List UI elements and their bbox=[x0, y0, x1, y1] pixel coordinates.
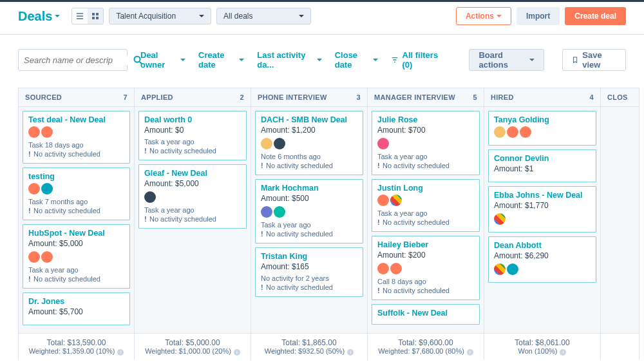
deal-amount: Amount: $5,000 bbox=[144, 179, 241, 188]
column-footer: Total: $13,590.00 Weighted: $1,359.00 (1… bbox=[19, 333, 134, 360]
deal-card[interactable]: Suffolk - New Deal bbox=[372, 304, 480, 325]
deal-warning: No activity scheduled bbox=[261, 162, 357, 169]
info-icon[interactable]: i bbox=[467, 349, 473, 356]
save-view-button[interactable]: Save view bbox=[562, 49, 626, 71]
deal-amount: Amount: $700 bbox=[377, 126, 474, 135]
svg-rect-0 bbox=[92, 13, 95, 15]
deal-card[interactable]: Dr. Jones Amount: $5,700 bbox=[23, 292, 130, 325]
column-body: Tanya Golding Connor Devlin Amount: $1 E… bbox=[484, 107, 600, 333]
column-body: Test deal - New Deal Task 18 days ago No… bbox=[19, 107, 134, 333]
deal-card[interactable]: DACH - SMB New Deal Amount: $1,200 Note … bbox=[255, 111, 363, 175]
column-weighted: Weighted: $1,000.00 (20%)i bbox=[145, 347, 240, 356]
avatar bbox=[507, 263, 518, 275]
avatar bbox=[377, 138, 389, 149]
filter-create-date[interactable]: Create date bbox=[198, 50, 244, 70]
deal-card[interactable]: Test deal - New Deal Task 18 days ago No… bbox=[23, 111, 130, 164]
label: Close date bbox=[335, 50, 370, 70]
filter-close-date[interactable]: Close date bbox=[335, 50, 378, 70]
avatar bbox=[41, 183, 53, 195]
deal-filter-select[interactable]: All deals bbox=[216, 8, 311, 24]
deal-name: Tanya Golding bbox=[494, 115, 591, 124]
chevron-down-icon bbox=[199, 15, 204, 20]
create-deal-button[interactable]: Create deal bbox=[565, 7, 626, 25]
bookmark-icon bbox=[572, 56, 578, 64]
all-filters-button[interactable]: All filters (0) bbox=[391, 50, 444, 70]
search-box[interactable] bbox=[18, 49, 128, 71]
chevron-down-icon bbox=[497, 15, 502, 20]
column-weighted: Weighted: $7,680.00 (80%)i bbox=[378, 347, 473, 356]
deal-warning: No activity scheduled bbox=[377, 218, 474, 226]
deal-card[interactable]: Ebba Johns - New Deal Amount: $1,770 bbox=[488, 186, 596, 233]
deal-name: Dr. Jones bbox=[28, 297, 124, 306]
chevron-down-icon bbox=[180, 59, 185, 64]
info-icon[interactable]: i bbox=[560, 349, 566, 356]
pipeline-select[interactable]: Talent Acquisition bbox=[109, 8, 211, 24]
deal-card[interactable]: Mark Hochman Amount: $500 Task a year ag… bbox=[255, 179, 363, 243]
column-footer: Total: $1,865.00 Weighted: $932.50 (50%)… bbox=[251, 333, 367, 360]
column-count: 7 bbox=[124, 93, 128, 101]
deal-note: Task a year ago bbox=[144, 206, 241, 214]
avatar bbox=[28, 126, 40, 138]
label: Deal owner bbox=[140, 50, 178, 70]
column-weighted: Weighted: $1,359.00 (10%)i bbox=[29, 347, 124, 356]
deal-note: Task 7 months ago bbox=[28, 198, 124, 205]
deal-card[interactable]: Deal worth 0 Amount: $0 Task a year ago … bbox=[138, 111, 247, 160]
filter-deal-owner[interactable]: Deal owner bbox=[140, 50, 185, 70]
avatar-row bbox=[377, 195, 474, 206]
svg-rect-1 bbox=[96, 13, 99, 15]
column-header[interactable]: APPLIED 2 bbox=[135, 88, 251, 107]
column-header[interactable]: CLOS bbox=[601, 88, 639, 107]
deal-warning: No activity scheduled bbox=[144, 215, 241, 223]
list-view-icon[interactable] bbox=[72, 8, 88, 24]
deal-card[interactable]: Gleaf - New Deal Amount: $5,000 Task a y… bbox=[138, 164, 247, 229]
deal-note: Task a year ago bbox=[144, 138, 241, 146]
avatar bbox=[390, 263, 402, 274]
info-icon[interactable]: i bbox=[117, 349, 124, 356]
avatar bbox=[144, 191, 156, 203]
deal-name: Ebba Johns - New Deal bbox=[494, 191, 591, 200]
view-toggle bbox=[71, 8, 104, 24]
info-icon[interactable]: i bbox=[234, 349, 240, 356]
deal-note: Task a year ago bbox=[377, 209, 474, 217]
deal-card[interactable]: Julie Rose Amount: $700 Task a year ago … bbox=[372, 111, 480, 175]
deal-card[interactable]: Connor Devlin Amount: $1 bbox=[488, 149, 596, 182]
column-header[interactable]: PHONE INTERVIEW 3 bbox=[251, 88, 367, 107]
avatar bbox=[520, 126, 531, 138]
avatar bbox=[261, 138, 272, 149]
import-button[interactable]: Import bbox=[516, 7, 560, 25]
column-header[interactable]: MANAGER INTERVIEW 5 bbox=[368, 88, 484, 107]
deal-card[interactable]: Justin Long Task a year ago No activity … bbox=[372, 179, 480, 232]
board-column: CLOS bbox=[601, 88, 639, 360]
filter-last-activity[interactable]: Last activity da... bbox=[257, 50, 321, 70]
deal-note: Task a year ago bbox=[28, 266, 124, 274]
board-view-icon[interactable] bbox=[88, 8, 103, 24]
deal-card[interactable]: Dean Abbott Amount: $6,290 bbox=[488, 236, 596, 283]
deal-name: Mark Hochman bbox=[261, 184, 357, 193]
column-header[interactable]: HIRED 4 bbox=[484, 88, 600, 107]
deal-card[interactable]: testing Task 7 months ago No activity sc… bbox=[23, 167, 130, 220]
board-actions-button[interactable]: Board actions bbox=[469, 49, 544, 71]
label: Save view bbox=[582, 50, 616, 70]
svg-rect-3 bbox=[96, 17, 99, 19]
search-input[interactable] bbox=[24, 55, 133, 65]
avatar bbox=[494, 126, 506, 138]
deal-card[interactable]: HubSpot - New Deal Amount: $5,000 Task a… bbox=[23, 224, 130, 289]
column-title: APPLIED bbox=[141, 93, 173, 101]
chevron-down-icon bbox=[55, 15, 60, 20]
column-total: Total: $8,061.00 bbox=[515, 338, 569, 347]
actions-button[interactable]: Actions bbox=[456, 7, 511, 25]
chevron-down-icon bbox=[239, 59, 244, 64]
deal-amount: Amount: $0 bbox=[144, 126, 241, 135]
page-title[interactable]: Deals bbox=[18, 9, 60, 24]
chevron-down-icon bbox=[299, 15, 304, 20]
deal-note: Task a year ago bbox=[261, 221, 357, 229]
deal-name: Suffolk - New Deal bbox=[377, 309, 474, 318]
deal-card[interactable]: Hailey Bieber Amount: $200 Call 8 days a… bbox=[372, 236, 480, 300]
deal-name: testing bbox=[28, 172, 124, 181]
deal-card[interactable]: Tristan King Amount: $165 No activity fo… bbox=[255, 247, 363, 297]
deal-card[interactable]: Tanya Golding bbox=[488, 111, 596, 146]
column-header[interactable]: SOURCED 7 bbox=[19, 88, 134, 107]
info-icon[interactable]: i bbox=[347, 349, 354, 356]
column-total: Total: $1,865.00 bbox=[281, 338, 336, 347]
avatar-row bbox=[494, 126, 591, 138]
